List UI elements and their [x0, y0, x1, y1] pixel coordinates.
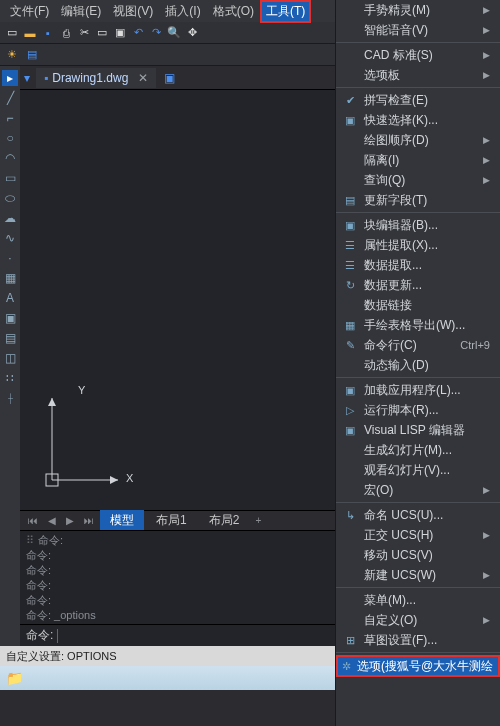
properties-icon[interactable]: ▤ — [24, 47, 40, 63]
menu-item-label: 隔离(I) — [364, 152, 477, 169]
menu-item[interactable]: ▦手绘表格导出(W)... — [336, 315, 500, 335]
redo-icon[interactable]: ↷ — [148, 25, 164, 41]
cmd-grip-icon[interactable]: ⠿ — [26, 533, 34, 548]
menu-item[interactable]: 动态输入(D) — [336, 355, 500, 375]
menu-file[interactable]: 文件(F) — [4, 0, 55, 23]
menu-insert[interactable]: 插入(I) — [159, 0, 206, 23]
menu-item[interactable]: CAD 标准(S)▶ — [336, 45, 500, 65]
menu-item-icon: ▣ — [342, 384, 358, 397]
menu-item[interactable]: 查询(Q)▶ — [336, 170, 500, 190]
menu-item-label: 选项板 — [364, 67, 477, 84]
zoom-icon[interactable]: 🔍 — [166, 25, 182, 41]
pan-icon[interactable]: ✥ — [184, 25, 200, 41]
menu-item-shortcut: Ctrl+9 — [460, 339, 490, 351]
menu-item-icon: ☰ — [342, 259, 358, 272]
point-tool-icon[interactable]: · — [2, 250, 18, 266]
open-file-icon[interactable]: ▬ — [22, 25, 38, 41]
submenu-arrow-icon: ▶ — [483, 155, 490, 165]
menu-view[interactable]: 视图(V) — [107, 0, 159, 23]
menu-item[interactable]: 移动 UCS(V) — [336, 545, 500, 565]
save-icon[interactable]: ▪ — [40, 25, 56, 41]
ellipse-tool-icon[interactable]: ⬭ — [2, 190, 18, 206]
menu-item[interactable]: 绘图顺序(D)▶ — [336, 130, 500, 150]
tab-model[interactable]: 模型 — [100, 510, 144, 531]
menu-item[interactable]: ⊞草图设置(F)... — [336, 630, 500, 650]
tab-add-icon[interactable]: + — [251, 513, 265, 528]
menu-item[interactable]: ↻数据更新... — [336, 275, 500, 295]
menu-item[interactable]: ✲选项(搜狐号@大水牛测绘 — [336, 655, 500, 677]
tab-last-icon[interactable]: ⏭ — [80, 513, 98, 528]
menu-item[interactable]: 菜单(M)... — [336, 590, 500, 610]
undo-icon[interactable]: ↶ — [130, 25, 146, 41]
measure-tool-icon[interactable]: ⟊ — [2, 390, 18, 406]
print-icon[interactable]: ⎙ — [58, 25, 74, 41]
cursor-tool-icon[interactable]: ▸ — [2, 70, 18, 86]
menu-item[interactable]: 选项板▶ — [336, 65, 500, 85]
menu-item[interactable]: 数据链接 — [336, 295, 500, 315]
menu-item[interactable]: 宏(O)▶ — [336, 480, 500, 500]
tab-first-icon[interactable]: ⏮ — [24, 513, 42, 528]
menu-item[interactable]: ▣块编辑器(B)... — [336, 215, 500, 235]
polyline-tool-icon[interactable]: ⌐ — [2, 110, 18, 126]
tab-prev-icon[interactable]: ◀ — [44, 513, 60, 528]
menu-item[interactable]: ☰属性提取(X)... — [336, 235, 500, 255]
menu-item[interactable]: ▣加载应用程序(L)... — [336, 380, 500, 400]
region-tool-icon[interactable]: ◫ — [2, 350, 18, 366]
arc-tool-icon[interactable]: ◠ — [2, 150, 18, 166]
block-tool-icon[interactable]: ▣ — [2, 310, 18, 326]
menu-item[interactable]: ☰数据提取... — [336, 255, 500, 275]
menu-item-label: 快速选择(K)... — [364, 112, 490, 129]
new-file-icon[interactable]: ▭ — [4, 25, 20, 41]
menu-item[interactable]: 正交 UCS(H)▶ — [336, 525, 500, 545]
menu-item[interactable]: ▤更新字段(T) — [336, 190, 500, 210]
table-tool-icon[interactable]: ▤ — [2, 330, 18, 346]
menu-item-label: 正交 UCS(H) — [364, 527, 477, 544]
menu-item[interactable]: 新建 UCS(W)▶ — [336, 565, 500, 585]
menu-separator — [336, 42, 500, 43]
menu-tools[interactable]: 工具(T) — [260, 0, 311, 23]
tab-layout1[interactable]: 布局1 — [146, 510, 197, 531]
cmd-prompt-label: 命令: — [26, 627, 53, 644]
rect-tool-icon[interactable]: ▭ — [2, 170, 18, 186]
hatch-tool-icon[interactable]: ▦ — [2, 270, 18, 286]
paste-icon[interactable]: ▣ — [112, 25, 128, 41]
menu-item[interactable]: 手势精灵(M)▶ — [336, 0, 500, 20]
menu-item[interactable]: 智能语音(V)▶ — [336, 20, 500, 40]
submenu-arrow-icon: ▶ — [483, 50, 490, 60]
text-tool-icon[interactable]: A — [2, 290, 18, 306]
close-tab-icon[interactable]: ✕ — [138, 71, 148, 85]
cloud-tool-icon[interactable]: ☁ — [2, 210, 18, 226]
menu-item[interactable]: ↳命名 UCS(U)... — [336, 505, 500, 525]
file-tab[interactable]: ▪ Drawing1.dwg ✕ — [36, 68, 156, 88]
menu-item[interactable]: 隔离(I)▶ — [336, 150, 500, 170]
tab-next-icon[interactable]: ▶ — [62, 513, 78, 528]
menu-item-label: 生成幻灯片(M)... — [364, 442, 490, 459]
axis-x-label: X — [126, 472, 133, 484]
menu-item-icon: ↳ — [342, 509, 358, 522]
add-tab-icon[interactable]: ▣ — [164, 71, 175, 85]
menu-edit[interactable]: 编辑(E) — [55, 0, 107, 23]
menu-item[interactable]: ▣Visual LISP 编辑器 — [336, 420, 500, 440]
file-explorer-icon[interactable]: 📁 — [6, 670, 23, 686]
menu-item[interactable]: 观看幻灯片(V)... — [336, 460, 500, 480]
menu-item-label: 数据更新... — [364, 277, 490, 294]
menu-item[interactable]: ▷运行脚本(R)... — [336, 400, 500, 420]
menu-item-icon: ▣ — [342, 424, 358, 437]
menu-item[interactable]: 生成幻灯片(M)... — [336, 440, 500, 460]
menu-item-icon: ▤ — [342, 194, 358, 207]
divide-tool-icon[interactable]: ∷ — [2, 370, 18, 386]
expand-icon[interactable]: ▾ — [24, 71, 30, 85]
spline-tool-icon[interactable]: ∿ — [2, 230, 18, 246]
layer-icon[interactable]: ☀ — [4, 47, 20, 63]
menu-item[interactable]: 自定义(O)▶ — [336, 610, 500, 630]
menu-item[interactable]: ▣快速选择(K)... — [336, 110, 500, 130]
menu-item[interactable]: ✎命令行(C)Ctrl+9 — [336, 335, 500, 355]
cut-icon[interactable]: ✂ — [76, 25, 92, 41]
tab-layout2[interactable]: 布局2 — [199, 510, 250, 531]
line-tool-icon[interactable]: ╱ — [2, 90, 18, 106]
submenu-arrow-icon: ▶ — [483, 615, 490, 625]
menu-item[interactable]: ✔拼写检查(E) — [336, 90, 500, 110]
circle-tool-icon[interactable]: ○ — [2, 130, 18, 146]
copy-icon[interactable]: ▭ — [94, 25, 110, 41]
menu-format[interactable]: 格式(O) — [207, 0, 260, 23]
